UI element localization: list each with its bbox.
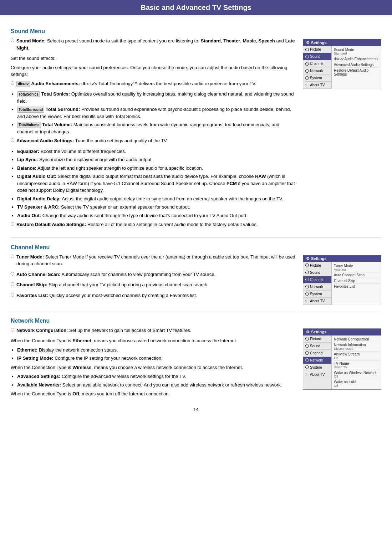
net-menu-picture[interactable]: Picture bbox=[303, 335, 331, 343]
channel-skip-item: Channel Skip: Skip a channel that your T… bbox=[11, 281, 296, 291]
favorites-list-item: Favorites List: Quickly access your most… bbox=[11, 292, 296, 301]
channel-menu-icon bbox=[305, 62, 309, 66]
net-option-config[interactable]: Network Configuration bbox=[334, 337, 379, 342]
off-intro-text: When the Connection Type is Off, means y… bbox=[11, 390, 296, 398]
ch-menu-sound[interactable]: Sound bbox=[303, 269, 331, 276]
gear-icon: ⚙ bbox=[306, 40, 310, 45]
ch-menu-picture[interactable]: Picture bbox=[303, 262, 331, 269]
sound-menu-sound[interactable]: Sound bbox=[303, 53, 331, 60]
channel-options-list: Tuner Mode Antenna Auto Channel Scan Cha… bbox=[332, 262, 381, 305]
total-surround-item: TotalSurround Total Surround: Provides s… bbox=[17, 106, 296, 120]
net-menu-network[interactable]: Network bbox=[303, 357, 331, 364]
sound-icon bbox=[305, 271, 309, 274]
network-panel-header: ⚙ Settings bbox=[303, 329, 381, 335]
ip-setting-item: IP Setting Mode: Configure the IP settin… bbox=[17, 355, 296, 362]
favorites-list-text: Favorites List: Quickly access your most… bbox=[16, 292, 197, 299]
sound-option-dbx[interactable]: dbx-tv Audio Enhancements bbox=[334, 56, 379, 62]
tuner-mode-text: Tuner Mode: Select Tuner Mode if you rec… bbox=[16, 253, 296, 267]
net-option-tvname[interactable]: TV Name Smart TV bbox=[334, 361, 379, 370]
ch-option-favorites[interactable]: Favorites List bbox=[334, 284, 379, 289]
net-option-wake-lan[interactable]: Wake on LAN Off bbox=[334, 379, 379, 388]
net-menu-sound[interactable]: Sound bbox=[303, 343, 331, 350]
sound-option-restore[interactable]: Restore Default Audio Settings bbox=[334, 68, 379, 77]
about-icon: ℹ bbox=[305, 299, 309, 303]
picture-menu-label: Picture bbox=[310, 47, 321, 51]
net-picture-icon bbox=[305, 337, 309, 340]
system-menu-label: System bbox=[310, 76, 322, 80]
wake-wireless-option-label: Wake on Wireless Network bbox=[334, 371, 379, 375]
wake-wireless-option-value: Off bbox=[334, 375, 379, 378]
ch-option-skip[interactable]: Channel Skip bbox=[334, 278, 379, 284]
net-sound-icon bbox=[305, 344, 309, 348]
network-options-list: Network Configuration Network Informatio… bbox=[332, 335, 381, 389]
auto-channel-label: Auto Channel Scan: bbox=[16, 272, 61, 277]
picture-menu-icon bbox=[305, 48, 309, 51]
ch-option-auto-scan[interactable]: Auto Channel Scan bbox=[334, 272, 379, 278]
page-title: Basic and Advanced TV Settings bbox=[141, 4, 251, 11]
network-panel-header-label: Settings bbox=[311, 330, 326, 334]
sound-panel-header-label: Settings bbox=[311, 41, 326, 45]
ch-menu-system[interactable]: System bbox=[303, 291, 331, 298]
dbx-option-label: dbx-tv Audio Enhancements bbox=[334, 57, 379, 61]
sound-menu-about[interactable]: ℹ About TV bbox=[303, 82, 331, 89]
total-sonics-logo: TotalSonics bbox=[17, 91, 40, 97]
sound-menu-channel[interactable]: Channel bbox=[303, 60, 331, 67]
net-sound-label: Sound bbox=[310, 344, 320, 348]
system-icon bbox=[305, 292, 309, 296]
net-option-info[interactable]: Network Information Disconnected bbox=[334, 342, 379, 352]
about-menu-icon: ℹ bbox=[305, 83, 309, 87]
net-channel-label: Channel bbox=[310, 351, 323, 355]
advanced-audio-item: Advanced Audio Settings: Tune the audio … bbox=[11, 137, 296, 147]
sound-panel-body: Picture Sound Channel bbox=[303, 46, 381, 89]
dbx-item: dbx-tv Audio Enhancements: dbx-tv's Tota… bbox=[11, 80, 296, 89]
sound-menu-text: Sound Mode: Select a preset sound mode t… bbox=[11, 37, 296, 232]
channel-settings-menu: Picture Sound Channel bbox=[303, 262, 332, 305]
bullet-icon bbox=[11, 272, 14, 276]
channel-panel-body: Picture Sound Channel bbox=[303, 262, 381, 305]
advanced-settings-item: Advanced Settings: Configure the advance… bbox=[17, 373, 296, 380]
ch-option-tuner[interactable]: Tuner Mode Antenna bbox=[334, 263, 379, 272]
net-network-icon bbox=[305, 358, 309, 362]
sound-menu-system[interactable]: System bbox=[303, 75, 331, 82]
balance-item: Balance: Adjust the left and right speak… bbox=[17, 165, 296, 172]
sound-option-mode[interactable]: Sound Mode Standard bbox=[334, 47, 379, 56]
sound-menu-title: Sound Menu bbox=[11, 28, 381, 35]
sound-option-advanced[interactable]: Advanced Audio Settings bbox=[334, 62, 379, 68]
sound-settings-panel: ⚙ Settings Picture Sound bbox=[303, 39, 381, 89]
wireless-sub-list: Advanced Settings: Configure the advance… bbox=[11, 373, 296, 388]
channel-menu-section: Tuner Mode: Select Tuner Mode if you rec… bbox=[11, 253, 381, 305]
sound-menu-network[interactable]: Network bbox=[303, 67, 331, 75]
net-system-icon bbox=[305, 365, 309, 369]
ch-menu-channel[interactable]: Channel bbox=[303, 276, 331, 283]
tuner-option-label: Tuner Mode bbox=[334, 264, 379, 268]
ch-menu-network[interactable]: Network bbox=[303, 283, 331, 291]
network-settings-ui: ⚙ Settings Picture Sound bbox=[303, 328, 381, 390]
bullet-icon bbox=[11, 293, 14, 297]
channel-skip-text: Channel Skip: Skip a channel that your T… bbox=[16, 281, 209, 288]
net-option-wake-wireless[interactable]: Wake on Wireless Network Off bbox=[334, 370, 379, 379]
picture-icon bbox=[305, 263, 309, 267]
net-menu-channel[interactable]: Channel bbox=[303, 350, 331, 357]
tuner-option-value: Antenna bbox=[334, 268, 379, 271]
network-menu-label: Network bbox=[310, 69, 323, 73]
dbx-text: dbx-tv Audio Enhancements: dbx-tv's Tota… bbox=[16, 80, 256, 87]
tv-speaker-arc-item: TV Speaker & ARC: Select the TV speaker … bbox=[17, 204, 296, 211]
bullet-icon bbox=[11, 39, 14, 42]
net-menu-system[interactable]: System bbox=[303, 364, 331, 371]
network-settings-panel: ⚙ Settings Picture Sound bbox=[303, 328, 381, 390]
channel-menu-text: Tuner Mode: Select Tuner Mode if you rec… bbox=[11, 253, 296, 303]
restore-audio-text: Restore Default Audio Settings: Restore … bbox=[16, 221, 258, 228]
about-menu-label: About TV bbox=[310, 83, 325, 87]
sound-menu-section: Sound Mode: Select a preset sound mode t… bbox=[11, 37, 381, 232]
net-about-label: About TV bbox=[310, 373, 325, 376]
audio-out-item: Audio Out: Change the way audio is sent … bbox=[17, 212, 296, 219]
total-surround-label: TotalSurround Total Surround: bbox=[17, 107, 80, 112]
network-config-text: Network Configuration: Set up the networ… bbox=[16, 327, 191, 334]
advanced-audio-text: Advanced Audio Settings: Tune the audio … bbox=[16, 137, 168, 144]
ch-menu-about[interactable]: ℹ About TV bbox=[303, 298, 331, 305]
net-network-label: Network bbox=[310, 358, 323, 362]
sound-set-effects: Set the sound effects: bbox=[11, 55, 296, 62]
net-menu-about[interactable]: ℹ About TV bbox=[303, 371, 331, 378]
net-option-anyview[interactable]: Anyview Stream On bbox=[334, 352, 379, 361]
sound-menu-picture[interactable]: Picture bbox=[303, 46, 331, 53]
